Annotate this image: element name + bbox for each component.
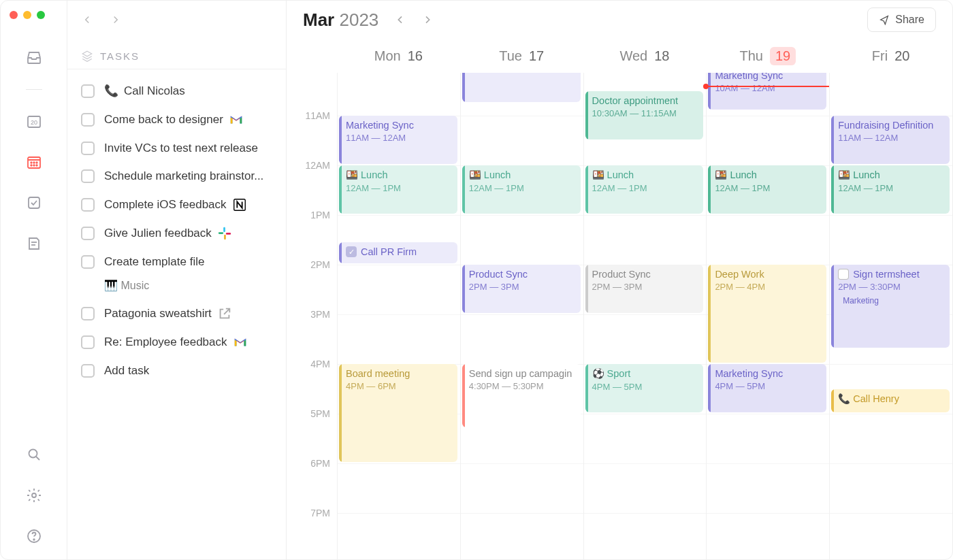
task-checkbox[interactable]: [81, 113, 95, 127]
event-checkbox[interactable]: [838, 269, 849, 280]
maximize-window-icon[interactable]: [37, 11, 45, 19]
month-title: Mar 2023: [303, 10, 378, 31]
task-checkbox[interactable]: [81, 364, 95, 378]
event-title: 🍱 Lunch: [469, 169, 575, 181]
task-checkbox[interactable]: [81, 255, 95, 269]
calendar-event[interactable]: 🍱 Lunch12AM — 1PM: [462, 165, 581, 214]
day-column[interactable]: Marketing Sync11AM — 12AM🍱 Lunch12AM — 1…: [337, 73, 460, 559]
day-number: 18: [654, 48, 669, 64]
svg-rect-19: [223, 227, 225, 232]
year-label: 2023: [339, 10, 378, 30]
day-number: 20: [894, 48, 909, 64]
calendar-event[interactable]: 🍱 Lunch12AM — 1PM: [708, 165, 826, 214]
current-time-line: [706, 86, 829, 87]
task-checkbox[interactable]: [81, 169, 95, 183]
share-icon: [879, 14, 890, 25]
day-of-week: Thu: [739, 48, 762, 64]
day-column[interactable]: ✓Prepare Lunch9AM — 10:45AM🍱 Lunch12AM —…: [460, 73, 583, 559]
sidebar-nav: [67, 1, 286, 39]
event-time: 4PM — 5PM: [592, 382, 698, 392]
minimize-window-icon[interactable]: [23, 11, 31, 19]
task-item[interactable]: Patagonia sweatshirt: [80, 301, 274, 326]
calendar-event[interactable]: 🍱 Lunch12AM — 1PM: [831, 165, 950, 214]
task-item[interactable]: Create template file🎹 Music: [80, 250, 274, 297]
svg-line-14: [36, 457, 39, 460]
day-of-week: Mon: [374, 48, 401, 64]
hour-label: 6PM: [310, 458, 330, 469]
rail-divider: [26, 89, 42, 90]
svg-point-6: [36, 162, 37, 163]
prev-month-icon[interactable]: [395, 14, 406, 25]
tasks-icon[interactable]: [25, 193, 44, 212]
task-checkbox[interactable]: [81, 84, 95, 98]
close-window-icon[interactable]: [10, 11, 18, 19]
event-title: Doctor appointment: [592, 95, 698, 106]
hour-label: 7PM: [310, 508, 330, 518]
calendar-event[interactable]: Fundraising Definition11AM — 12AM: [831, 116, 950, 164]
event-time: 4:30PM — 5:30PM: [469, 381, 575, 391]
calendar-event[interactable]: ⚽ Sport4PM — 5PM: [585, 364, 704, 412]
day-header[interactable]: Tue 17: [460, 39, 583, 73]
day-view-icon[interactable]: 20: [25, 112, 44, 131]
calendar-event[interactable]: Doctor appointment10:30AM — 11:15AM: [585, 91, 704, 139]
calendar-event[interactable]: Marketing Sync11AM — 12AM: [339, 116, 457, 164]
calendar-event[interactable]: Deep Work2PM — 4PM: [708, 265, 826, 363]
calendar-event[interactable]: ✓Call PR Firm: [339, 242, 457, 263]
calendar-event[interactable]: Sign termsheet2PM — 3:30PMMarketing: [831, 265, 950, 348]
day-column[interactable]: ✓Prepare presentatMarketing Sync10AM — 1…: [706, 73, 829, 559]
day-header[interactable]: Fri 20: [829, 39, 952, 73]
calendar-event[interactable]: Product Sync2PM — 3PM: [462, 265, 581, 313]
event-checkbox-done-icon[interactable]: ✓: [346, 246, 357, 257]
calendar-icon[interactable]: [25, 152, 44, 171]
day-headers: Mon 16Tue 17Wed 18Thu 19Fri 20: [287, 39, 952, 73]
task-item[interactable]: Give Julien feedback: [80, 221, 274, 246]
notes-icon[interactable]: [25, 234, 44, 253]
calendar-event[interactable]: 🍱 Lunch12AM — 1PM: [585, 165, 704, 214]
calendar-event[interactable]: Send sign up campagin4:30PM — 5:30PM: [462, 364, 581, 427]
task-checkbox[interactable]: [81, 198, 95, 212]
task-checkbox[interactable]: [81, 335, 95, 349]
calendar-event[interactable]: Marketing Sync10AM — 12AM: [708, 73, 826, 110]
svg-point-8: [33, 165, 35, 166]
share-button[interactable]: Share: [867, 7, 936, 32]
help-icon[interactable]: [25, 527, 44, 546]
svg-point-15: [32, 493, 36, 497]
task-item[interactable]: Invite VCs to test next release: [80, 136, 274, 161]
task-checkbox[interactable]: [81, 142, 95, 155]
next-month-icon[interactable]: [422, 14, 433, 25]
day-number: 16: [408, 48, 423, 64]
event-title: ⚽ Sport: [592, 368, 698, 380]
task-checkbox[interactable]: [81, 307, 95, 320]
day-column[interactable]: Doctor appointment10:30AM — 11:15AM🍱 Lun…: [583, 73, 707, 559]
day-header[interactable]: Wed 18: [583, 39, 707, 73]
calendar-event[interactable]: Product Sync2PM — 3PM: [585, 265, 704, 313]
day-column[interactable]: Fundraising Definition11AM — 12AM🍱 Lunch…: [829, 73, 952, 559]
event-title: 🍱 Lunch: [592, 169, 698, 181]
day-header[interactable]: Thu 19: [706, 39, 829, 73]
task-item[interactable]: 📞 Call Nicolas: [80, 79, 274, 103]
back-arrow-icon[interactable]: [81, 14, 93, 26]
calendar-event[interactable]: Board meeting4PM — 6PM: [339, 364, 457, 462]
calendar-event[interactable]: 📞 Call Henry: [831, 389, 950, 413]
task-item[interactable]: Come back to designer: [80, 108, 274, 132]
calendar-event[interactable]: Marketing Sync4PM — 5PM: [708, 364, 826, 412]
task-checkbox[interactable]: [81, 227, 95, 240]
slack-icon: [217, 226, 232, 241]
task-item[interactable]: Complete iOS feedback: [80, 193, 274, 217]
month-name: Mar: [303, 10, 334, 30]
svg-point-9: [36, 165, 37, 166]
window-traffic-lights: [10, 11, 45, 19]
search-icon[interactable]: [25, 445, 44, 464]
task-item[interactable]: Re: Employee feedback: [80, 330, 274, 355]
settings-icon[interactable]: [25, 486, 44, 505]
svg-point-13: [29, 450, 37, 458]
task-item[interactable]: Schedule marketing brainstor...: [80, 164, 274, 188]
inbox-icon[interactable]: [25, 48, 44, 67]
day-header[interactable]: Mon 16: [337, 39, 460, 73]
add-task-button[interactable]: Add task: [80, 359, 274, 383]
forward-arrow-icon[interactable]: [110, 14, 122, 26]
calendar-event[interactable]: ✓Prepare Lunch9AM — 10:45AM: [462, 73, 581, 102]
calendar-event[interactable]: 🍱 Lunch12AM — 1PM: [339, 165, 457, 214]
hour-label: 4PM: [310, 359, 330, 369]
calendar-grid[interactable]: 10AM11AM12AM1PM2PM3PM4PM5PM6PM7PMMarketi…: [287, 73, 952, 559]
